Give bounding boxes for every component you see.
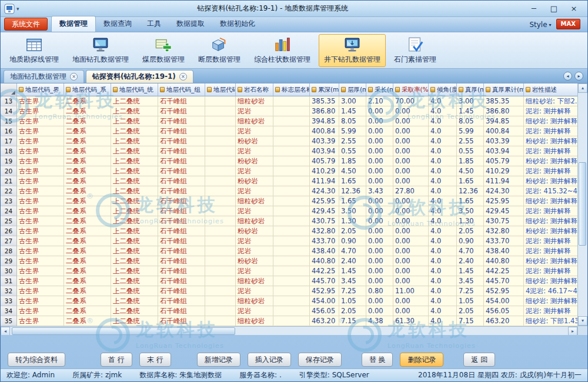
cell[interactable]: 上二叠统 <box>111 146 158 156</box>
cell[interactable]: 二叠系 <box>64 256 111 266</box>
cell[interactable]: 454.00 <box>484 296 524 306</box>
row-number[interactable]: 13 <box>1 96 17 106</box>
cell[interactable]: 0.00 <box>393 146 429 156</box>
cell[interactable]: 粉砂岩: 测井解释 <box>524 256 577 266</box>
cell[interactable]: 粉砂岩 <box>236 176 273 186</box>
cell[interactable]: 4.0 <box>429 176 457 186</box>
table-row[interactable]: 31古生界二叠系上二叠统石千峰组细粒砂岩445.703.450.000.004.… <box>1 276 577 286</box>
row-number[interactable]: 14 <box>1 106 17 116</box>
cell[interactable]: 1.65 <box>457 176 484 186</box>
cell[interactable]: 0.00 <box>366 196 393 206</box>
ribbon-button[interactable]: 井下钻孔数据管理 <box>319 34 386 67</box>
cell[interactable]: 二叠系 <box>64 166 111 176</box>
cell[interactable]: 泥岩: 测井解释 <box>524 246 577 256</box>
cell[interactable]: 0.00 <box>393 236 429 246</box>
cell[interactable]: 上二叠统 <box>111 186 158 196</box>
column-header[interactable]: 真厚(m) <box>457 83 484 96</box>
cell[interactable]: 二叠系 <box>64 226 111 236</box>
select-all-corner[interactable] <box>1 83 17 96</box>
cell[interactable]: 0.00 <box>393 126 429 136</box>
tab-close-icon[interactable]: × <box>70 73 78 81</box>
cell[interactable] <box>273 146 310 156</box>
cell[interactable]: 438.40 <box>484 246 524 256</box>
cell[interactable]: 1.65 <box>457 196 484 206</box>
cell[interactable]: 386.80 <box>484 106 524 116</box>
cell[interactable]: 泥岩: 415.32~418. <box>524 186 577 196</box>
cell[interactable]: 0.00 <box>393 176 429 186</box>
cell[interactable]: 1.30 <box>457 216 484 226</box>
ribbon-button[interactable]: 石门素描管理 <box>389 34 442 67</box>
cell[interactable]: 古生界 <box>17 106 64 116</box>
row-number[interactable]: 21 <box>1 176 17 186</box>
cell[interactable] <box>205 306 236 316</box>
footer-button[interactable]: 插入记录 <box>248 353 291 367</box>
cell[interactable]: 0.00 <box>366 276 393 286</box>
cell[interactable]: 0.00 <box>366 116 393 126</box>
cell[interactable]: 452.95 <box>310 286 339 296</box>
cell[interactable]: 432.80 <box>484 226 524 236</box>
cell[interactable]: 二叠系 <box>64 156 111 166</box>
cell[interactable]: 古生界 <box>17 116 64 126</box>
row-number[interactable]: 30 <box>1 266 17 276</box>
row-number[interactable]: 26 <box>1 226 17 236</box>
cell[interactable]: 440.80 <box>484 256 524 266</box>
cell[interactable]: 4.0 <box>429 266 457 276</box>
scroll-left-arrow-icon[interactable]: ◂ <box>1 327 10 335</box>
cell[interactable]: 456.05 <box>310 306 339 316</box>
cell[interactable]: 0.00 <box>393 306 429 316</box>
cell[interactable]: 1.85 <box>339 156 366 166</box>
table-row[interactable]: 21古生界二叠系上二叠统石千峰组粉砂岩411.941.650.000.004.0… <box>1 176 577 186</box>
cell[interactable]: 上二叠统 <box>111 106 158 116</box>
cell[interactable] <box>273 226 310 236</box>
row-number[interactable]: 16 <box>1 126 17 136</box>
cell[interactable]: 4.0 <box>429 216 457 226</box>
cell[interactable]: 70.00 <box>393 96 429 106</box>
cell[interactable] <box>273 246 310 256</box>
cell[interactable]: 细砂岩: 测井解释 <box>524 116 577 126</box>
cell[interactable]: 7.15 <box>457 316 484 326</box>
cell[interactable]: 440.80 <box>310 256 339 266</box>
cell[interactable]: 泥岩 <box>236 106 273 116</box>
ribbon-button[interactable]: 综合柱状数据管理 <box>249 34 316 67</box>
cell[interactable]: 452.95 <box>484 286 524 296</box>
cell[interactable]: 2.40 <box>339 256 366 266</box>
table-row[interactable]: 23古生界二叠系上二叠统石千峰组细粒砂岩425.951.650.000.004.… <box>1 196 577 206</box>
cell[interactable]: 上二叠统 <box>111 116 158 126</box>
row-number[interactable]: 17 <box>1 136 17 146</box>
cell[interactable]: 石千峰组 <box>158 176 205 186</box>
cell[interactable]: 424.30 <box>310 186 339 196</box>
cell[interactable]: 二叠系 <box>64 136 111 146</box>
cell[interactable]: 2.05 <box>457 226 484 236</box>
cell[interactable]: 石千峰组 <box>158 286 205 296</box>
cell[interactable]: 泥岩: 测井解释 <box>524 166 577 176</box>
cell[interactable]: 1.65 <box>339 196 366 206</box>
cell[interactable]: 3.45 <box>457 276 484 286</box>
cell[interactable]: 1.85 <box>457 156 484 166</box>
cell[interactable] <box>273 256 310 266</box>
tab-close-icon[interactable]: × <box>179 73 187 81</box>
cell[interactable]: 430.75 <box>310 216 339 226</box>
cell[interactable]: 410.29 <box>310 166 339 176</box>
cell[interactable]: 1.45 <box>339 266 366 276</box>
row-number[interactable]: 19 <box>1 156 17 166</box>
cell[interactable]: 细砂岩: 测井解释 <box>524 216 577 226</box>
cell[interactable] <box>205 236 236 246</box>
cell[interactable]: 古生界 <box>17 146 64 156</box>
cell[interactable]: 上二叠统 <box>111 166 158 176</box>
cell[interactable]: 0.00 <box>393 256 429 266</box>
cell[interactable] <box>205 196 236 206</box>
menu-tab[interactable]: 数据提取 <box>169 16 212 32</box>
cell[interactable]: 0.00 <box>366 206 393 216</box>
horizontal-scrollbar[interactable]: ◂ ▸ <box>1 326 577 335</box>
cell[interactable]: 4.0 <box>429 306 457 316</box>
cell[interactable]: 古生界 <box>17 256 64 266</box>
minimize-button[interactable]: ─ <box>524 1 544 16</box>
cell[interactable]: 二叠系 <box>64 276 111 286</box>
cell[interactable]: 二叠系 <box>64 186 111 196</box>
cell[interactable] <box>273 196 310 206</box>
table-row[interactable]: 32古生界二叠系上二叠统石千峰组泥岩452.957.250.8011.004.0… <box>1 286 577 296</box>
cell[interactable] <box>205 206 236 216</box>
cell[interactable] <box>205 186 236 196</box>
table-row[interactable]: 35古生界二叠系上二叠统石千峰组细粒砂岩463.207.154.3861.304… <box>1 316 577 326</box>
cell[interactable]: 403.39 <box>310 136 339 146</box>
